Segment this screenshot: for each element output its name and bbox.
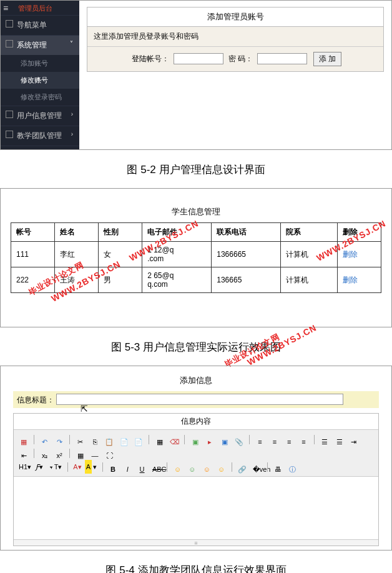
info-title-label: 信息标题： <box>17 396 54 404</box>
editor-caption: 信息内容 <box>14 414 378 430</box>
user-mgmt-design-panel: ≡ 管理员后台 导航菜单 系统管理 ˅ 添加账号 修改账号 ↖ 修改登录密码 用… <box>0 0 392 150</box>
editor-body[interactable] <box>14 477 378 539</box>
justify-center-icon[interactable]: ≡ <box>270 434 280 444</box>
resize-handle[interactable]: ≡ <box>14 539 378 546</box>
unlink-icon[interactable]: �ven <box>252 462 262 472</box>
highlight-icon[interactable]: A <box>85 460 92 474</box>
print-icon[interactable]: 🖶 <box>273 462 283 472</box>
username-input[interactable] <box>174 53 223 64</box>
justify-right-icon[interactable]: ≡ <box>284 434 294 444</box>
emoji3-icon[interactable]: ☺ <box>202 462 212 472</box>
hilite-caret[interactable]: ▾ <box>92 460 98 474</box>
italic-icon[interactable]: I <box>122 462 132 472</box>
fullscreen-icon[interactable]: ⛶ <box>104 448 114 458</box>
sub-icon[interactable]: x₂ <box>40 448 50 458</box>
list-ul-icon[interactable]: ☰ <box>335 434 345 444</box>
add-button[interactable]: 添 加 <box>313 52 341 66</box>
delete-link[interactable]: 删除 <box>343 250 358 259</box>
justify-left-icon[interactable]: ≡ <box>255 434 265 444</box>
cell-email: 1 12@q .com <box>142 242 212 267</box>
redo-icon[interactable]: ↷ <box>54 434 64 444</box>
indent-icon[interactable]: ⇥ <box>349 434 359 444</box>
nav-label: 系统管理 <box>17 41 47 49</box>
link-icon[interactable]: 🔗 <box>237 462 247 472</box>
list-ol-icon[interactable]: ☰ <box>320 434 330 444</box>
flash-icon[interactable]: ▸ <box>205 434 215 444</box>
nav-system-mgmt[interactable]: 系统管理 ˅ <box>1 35 79 55</box>
panel3-title: 添加信息 <box>13 375 379 386</box>
sub-change-password[interactable]: 修改登录密码 <box>1 89 79 106</box>
nav-study-category[interactable]: 学习分类管理 › <box>1 146 79 150</box>
paste-text-icon[interactable]: 📄 <box>119 434 129 444</box>
table-icon[interactable]: ▦ <box>76 448 86 458</box>
bold-icon[interactable]: B <box>108 462 118 472</box>
underline-icon[interactable]: U <box>137 462 147 472</box>
form-description: 这里添加管理员登录账号和密码 <box>87 27 383 47</box>
cell-dept: 计算机 <box>281 267 338 293</box>
table-row: 111 李红 女 1 12@q .com 1366665 计算机 删除 <box>11 242 381 267</box>
strike-icon[interactable]: ABC <box>152 462 162 472</box>
panel1-main: 添加管理员账号 这里添加管理员登录账号和密码 登陆帐号： 密 码： 添 加 <box>79 1 391 78</box>
clear-format-icon[interactable]: ⌫ <box>169 434 179 444</box>
nav-label: 教学团队管理 <box>17 131 62 140</box>
image-icon[interactable]: ▣ <box>190 434 200 444</box>
copy-icon[interactable]: ⎘ <box>90 434 100 444</box>
sub-label: 修改账号 <box>21 76 48 84</box>
cell-name: 李红 <box>55 242 99 267</box>
title-input-row: 信息标题： <box>13 391 379 408</box>
student-table: 帐号 姓名 性别 电子邮件 联系电话 院系 删除 111 李红 女 1 12@q… <box>11 222 381 293</box>
justify-full-icon[interactable]: ≡ <box>299 434 309 444</box>
delete-link[interactable]: 删除 <box>343 276 358 284</box>
separator <box>314 435 315 444</box>
nav-menu-header[interactable]: 导航菜单 <box>1 15 79 35</box>
sidebar: ≡ 管理员后台 导航菜单 系统管理 ˅ 添加账号 修改账号 ↖ 修改登录密码 用… <box>1 1 79 150</box>
file-icon[interactable]: 📎 <box>234 434 244 444</box>
undo-icon[interactable]: ↶ <box>40 434 50 444</box>
nav-label: 导航菜单 <box>17 21 47 29</box>
cell-account: 111 <box>11 242 55 267</box>
student-info-panel: 学生信息管理 帐号 姓名 性别 电子邮件 联系电话 院系 删除 111 李红 女… <box>0 188 392 327</box>
paste-word-icon[interactable]: 📄 <box>134 434 144 444</box>
th-email: 电子邮件 <box>142 223 212 242</box>
cell-gender: 男 <box>99 267 142 293</box>
emoji2-icon[interactable]: ☺ <box>187 462 197 472</box>
text-color-icon[interactable]: A▾ <box>72 460 82 474</box>
add-info-panel: 添加信息 信息标题： ⇱ 信息内容 ▦ ↶ ↷ ✂ ⎘ 📋 📄 📄 ▦ ⌫ ▣ … <box>0 366 392 551</box>
font-size-dropdown[interactable]: ᠇T▾ <box>47 460 64 474</box>
outdent-icon[interactable]: ⇤ <box>19 448 29 458</box>
chevron-right-icon: › <box>71 131 73 137</box>
th-delete: 删除 <box>337 223 381 242</box>
source-icon[interactable]: ▦ <box>19 434 29 444</box>
about-icon[interactable]: ⓘ <box>288 462 298 472</box>
media-icon[interactable]: ▣ <box>220 434 230 444</box>
paste-icon[interactable]: 📋 <box>104 434 114 444</box>
sup-icon[interactable]: x² <box>54 448 64 458</box>
th-name: 姓名 <box>55 223 99 242</box>
cursor-icon: ↖ <box>37 76 42 82</box>
info-title-input[interactable] <box>56 394 343 405</box>
caption-text: 图 5-3 用户信息管理实际运行效果图 <box>111 341 281 353</box>
separator <box>67 462 68 472</box>
sub-add-account[interactable]: 添加账号 <box>1 55 79 72</box>
table-header-row: 帐号 姓名 性别 电子邮件 联系电话 院系 删除 <box>11 223 381 242</box>
emoji4-icon[interactable]: ☺ <box>217 462 227 472</box>
separator <box>34 435 34 444</box>
font-family-dropdown[interactable]: Ƒ▾ <box>34 460 44 474</box>
cut-icon[interactable]: ✂ <box>76 434 86 444</box>
cell-name: 王涛 <box>55 267 99 293</box>
grid-icon <box>6 111 13 118</box>
form-title: 添加管理员账号 <box>87 7 383 27</box>
nav-user-info[interactable]: 用户信息管理 › <box>1 106 79 126</box>
hr-icon[interactable]: — <box>90 448 100 458</box>
hamburger-icon[interactable]: ≡ <box>3 3 8 13</box>
sub-edit-account[interactable]: 修改账号 ↖ <box>1 72 79 89</box>
nav-team-mgmt[interactable]: 教学团队管理 › <box>1 126 79 146</box>
select-all-icon[interactable]: ▦ <box>155 434 165 444</box>
separator <box>149 435 149 444</box>
cursor-icon: ⇱ <box>81 404 88 414</box>
heading-dropdown[interactable]: H1▾ <box>17 460 32 474</box>
password-input[interactable] <box>257 53 307 64</box>
emoji-icon[interactable]: ☺ <box>173 462 183 472</box>
cell-dept: 计算机 <box>281 242 338 267</box>
separator <box>232 462 232 472</box>
